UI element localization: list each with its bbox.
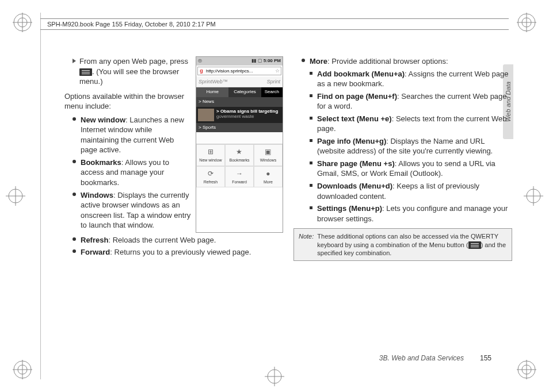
phone-search: Search [261,87,283,97]
phone-menu-item: →Forward [225,166,254,187]
phone-time: 5:00 PM [264,58,281,63]
header-text: SPH-M920.book Page 155 Friday, October 8… [47,21,216,28]
phone-menu-item: ▣Windows [254,144,283,166]
intro-line-2: Options available within the browser men… [64,91,191,112]
crop-mark-icon [6,186,25,206]
note-label: Note: [299,232,314,257]
phone-menu-icon: ⊞ [197,147,224,156]
page-number: 155 [480,354,491,362]
phone-screenshot: ◎▮▮ ▢ 5:00 PM g☆ SprintWeb™Sprint HomeCa… [196,56,283,233]
menu-icon [79,68,92,76]
phone-tab-categories: Categories [228,87,261,97]
square-bullet-icon [310,206,312,209]
bullet-icon [302,59,305,62]
phone-category-news: > News [196,97,283,107]
menu-icon [468,241,481,249]
phone-menu-item: ★Bookmarks [225,144,254,166]
more-sub-option: Share page (Menu +s): Allows you to send… [310,159,512,179]
square-bullet-icon [310,72,312,75]
triangle-bullet-icon [73,59,76,63]
crop-mark-icon [13,360,32,379]
news-headline: > Obama signs bill targeting government … [216,109,281,121]
footer-section: 3B. Web and Data Services [379,354,464,362]
phone-menu-icon: ⟳ [197,169,224,178]
phone-menu-item: ●More [254,166,283,187]
menu-option: Refresh: Reloads the current Web page. [73,235,283,245]
bullet-icon [73,249,76,253]
page-footer: 3B. Web and Data Services155 [379,354,491,362]
note-box: Note: These additional options can also … [293,228,512,261]
square-bullet-icon [310,184,312,187]
menu-option: Windows: Displays the currently active b… [73,190,191,230]
brand-left: SprintWeb™ [199,78,228,85]
menu-option: Forward: Returns you to a previously vie… [73,247,283,258]
phone-menu-icon: ▣ [255,147,281,156]
bookmark-star-icon: ☆ [274,67,281,74]
phone-tab-home: Home [196,87,228,97]
notif-icon: ◎ [198,58,202,64]
url-field [205,67,274,75]
square-bullet-icon [310,162,312,164]
note-text: These additional options can also be acc… [317,232,507,257]
browser-icon: g [198,67,205,74]
more-item: More: Provide additional browser options… [310,56,512,67]
phone-menu-icon: ● [255,169,281,178]
signal-icon: ▮▮ ▢ [251,58,263,63]
menu-option: Bookmarks: Allows you to access and mana… [73,157,191,188]
crop-mark-icon [524,186,543,206]
more-sub-option: Page info (Menu+g): Displays the Name an… [310,136,512,156]
bullet-icon [73,237,76,241]
crop-mark-icon [517,360,536,379]
phone-menu-icon: → [226,169,253,178]
more-sub-option: Downloads (Menu+d): Keeps a list of prev… [310,181,512,201]
more-sub-option: Find on page (Menu+f): Searches the curr… [310,91,512,112]
square-bullet-icon [310,139,312,142]
crop-mark-icon [13,13,32,32]
phone-category-sports: > Sports [196,123,283,133]
phone-menu-item: ⟳Refresh [196,166,225,187]
crop-mark-icon [517,13,536,32]
bullet-icon [73,193,76,196]
phone-menu-item: ⊞New window [196,144,225,166]
crop-mark-icon [265,367,284,386]
more-sub-option: Add bookmark (Menu+a): Assigns the curre… [310,69,512,89]
square-bullet-icon [310,94,312,97]
news-thumb [198,109,214,121]
intro-line-1: From any open Web page, press . (You wil… [79,56,191,87]
menu-option: New window: Launches a new Internet wind… [73,115,191,155]
page-header: SPH-M920.book Page 155 Friday, October 8… [40,18,509,30]
brand-right: Sprint [266,78,280,85]
square-bullet-icon [310,117,312,120]
more-sub-option: Select text (Menu +e): Selects text from… [310,114,512,134]
page-edge-left [40,13,41,379]
bullet-icon [73,160,76,163]
phone-menu-icon: ★ [226,147,253,156]
bullet-icon [73,117,76,121]
more-sub-option: Settings (Menu+p): Lets you configure an… [310,203,512,224]
